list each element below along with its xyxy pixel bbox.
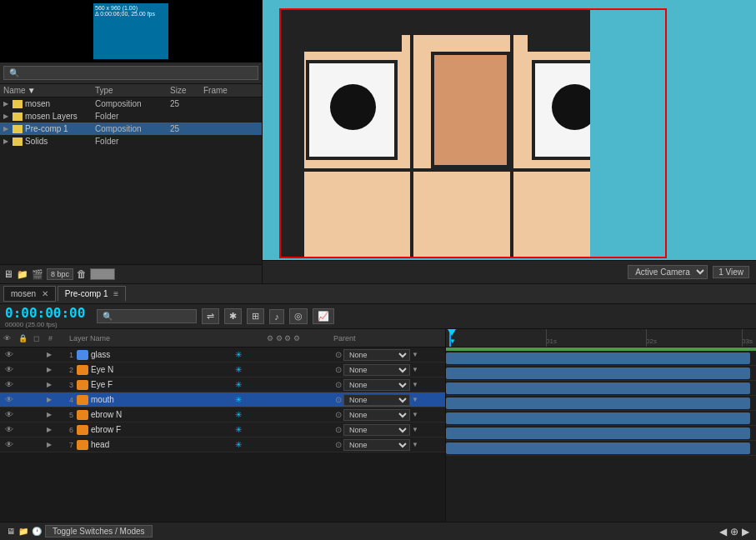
ripple-btn[interactable]: ⇌ [202,308,219,324]
timecode-display: 0:00:00:00 00000 (25.00 fps) [5,305,85,328]
switch-icon-3[interactable]: ✳ [235,380,242,389]
project-item[interactable]: ▶ Solids Folder [0,135,262,148]
item-label: mosen Layers [25,112,78,121]
col-layer-name: Layer Name [69,334,267,342]
col-switches: ⚙ ⚙ ⚙ ⚙ [267,334,333,342]
switch-icon-1[interactable]: ✳ [235,350,242,359]
expand-icon[interactable]: ▶ [3,138,8,145]
layer-name-6[interactable]: ebrow F [91,425,235,434]
layer-eye-3[interactable]: 👁 [2,380,17,389]
new-comp-btn[interactable]: 🎬 [32,269,43,280]
track-bar-5[interactable] [446,412,750,424]
layer-switches-3: ✳ [235,380,302,389]
tab-close-icon[interactable]: ✕ [42,289,48,298]
layer-eye-7[interactable]: 👁 [2,440,17,449]
toggle-switches-label[interactable]: Toggle Switches / Modes [45,525,153,538]
layer-expand-6[interactable]: ▶ [47,426,58,433]
layer-name-4[interactable]: mouth [91,395,235,404]
parent-chevron-1[interactable]: ▼ [412,351,418,358]
tab-precomp1[interactable]: Pre-comp 1 ≡ [58,286,126,302]
view-dropdown[interactable]: 1 View [713,266,749,278]
switch-icon-2[interactable]: ✳ [235,365,242,374]
folder-btn[interactable]: 📁 [17,269,28,280]
parent-icon-6: ⊙ [335,425,342,434]
layer-expand-4[interactable]: ▶ [47,396,58,403]
ruler-mark-3s: 03s [742,338,753,345]
expand-icon[interactable]: ▶ [3,125,8,132]
track-bar-2[interactable] [446,368,750,379]
layer-color-6 [77,425,88,435]
parent-chevron-7[interactable]: ▼ [412,441,418,448]
parent-chevron-4[interactable]: ▼ [412,396,418,403]
project-item-selected[interactable]: ▶ Pre-comp 1 Composition 25 [0,122,262,135]
tab-mosen-label: mosen [11,289,36,298]
layer-eye-2[interactable]: 👁 [2,365,17,374]
track-bar-6[interactable] [446,428,750,439]
project-item[interactable]: ▶ mosen Composition 25 [0,98,262,110]
ruler-line-1s [546,329,547,347]
draft-btn[interactable]: ⊞ [247,308,264,324]
project-item[interactable]: ▶ mosen Layers Folder [0,110,262,122]
timecode-value[interactable]: 0:00:00:00 [5,305,85,321]
layer-eye-1[interactable]: 👁 [2,350,17,359]
audio-btn[interactable]: ♪ [269,309,284,324]
parent-select-4[interactable]: None [343,394,410,406]
preview-canvas [263,0,756,260]
timeline-search-input[interactable] [97,309,197,323]
layer-expand-3[interactable]: ▶ [47,381,58,388]
comp-icon [13,125,23,133]
track-bar-7[interactable] [446,442,750,454]
layer-expand-2[interactable]: ▶ [47,366,58,373]
switch-icon-4[interactable]: ✳ [235,395,242,404]
parent-select-3[interactable]: None [343,379,410,391]
parent-chevron-6[interactable]: ▼ [412,426,418,433]
parent-chevron-3[interactable]: ▼ [412,381,418,388]
layer-eye-6[interactable]: 👁 [2,425,17,434]
parent-select-1[interactable]: None [343,349,410,361]
project-bottom-bar: 🖥 📁 🎬 8 bpc 🗑 [0,264,262,283]
track-row-7 [446,441,756,456]
track-row-5 [446,411,756,426]
layer-expand-7[interactable]: ▶ [47,441,58,448]
switch-icon-6[interactable]: ✳ [235,425,242,434]
expand-icon[interactable]: ▶ [3,112,8,120]
live-update-btn[interactable]: ◎ [289,308,308,324]
col-num: # [48,334,69,342]
parent-select-5[interactable]: None [343,409,410,421]
timeline-tabs: mosen ✕ Pre-comp 1 ≡ [0,284,756,304]
layer-eye-5[interactable]: 👁 [2,410,17,419]
project-search-bar[interactable] [0,62,262,84]
tracks-container [446,351,756,522]
parent-select-7[interactable]: None [343,439,410,451]
parent-chevron-2[interactable]: ▼ [412,366,418,373]
track-bar-1[interactable] [446,352,750,364]
nav-right[interactable]: ▶ [742,526,749,538]
parent-select-2[interactable]: None [343,364,410,376]
item-size: 25 [170,99,203,108]
expand-icon[interactable]: ▶ [3,100,8,108]
nav-zoom[interactable]: ⊕ [730,526,738,538]
layer-name-5[interactable]: ebrow N [91,410,235,419]
layer-expand-1[interactable]: ▶ [47,351,58,358]
layer-eye-4[interactable]: 👁 [2,395,17,404]
motion-blur-btn[interactable]: ✱ [224,308,242,324]
layer-name-2[interactable]: Eye N [91,365,235,374]
parent-chevron-5[interactable]: ▼ [412,411,418,418]
layer-name-3[interactable]: Eye F [91,380,235,389]
camera-select[interactable]: Active Camera [628,265,708,279]
layer-expand-5[interactable]: ▶ [47,411,58,418]
chart-btn[interactable]: 📈 [313,308,334,324]
track-bar-4[interactable] [446,398,750,409]
nav-left[interactable]: ◀ [719,526,727,538]
switch-icon-7[interactable]: ✳ [235,440,242,449]
delete-btn[interactable]: 🗑 [77,268,87,280]
project-search-input[interactable] [3,66,258,80]
layer-name-7[interactable]: head [91,440,235,449]
switch-icon-5[interactable]: ✳ [235,410,242,419]
layer-name-1[interactable]: glass [91,350,235,359]
layer-parent-3: ⊙ None ▼ [335,379,443,391]
track-bar-3[interactable] [446,382,750,394]
parent-select-6[interactable]: None [343,424,410,436]
tab-menu-icon[interactable]: ≡ [113,289,118,298]
tab-mosen[interactable]: mosen ✕ [3,286,56,302]
